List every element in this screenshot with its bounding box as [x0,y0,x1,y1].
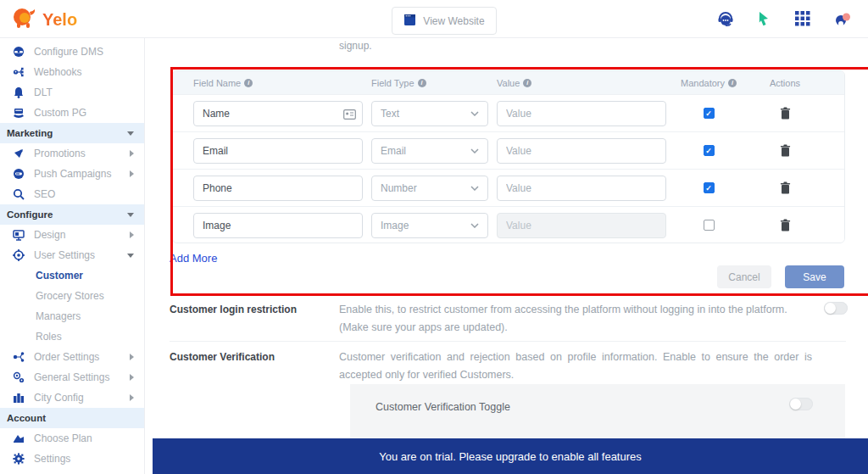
chevron-down-icon [470,223,479,228]
selected-option: Text [381,108,399,120]
header-action-icons [717,11,851,28]
push-campaigns-icon [12,168,25,181]
support-icon[interactable] [717,11,734,28]
mandatory-checkbox[interactable] [704,220,715,231]
field-type-select[interactable]: Text [371,101,488,126]
field-type-select[interactable]: Number [371,176,488,201]
sidebar-section-marketing[interactable]: Marketing [0,123,144,143]
view-website-button[interactable]: View Website [392,7,497,35]
yelo-logo[interactable]: Yelo [12,7,77,32]
sidebar-item-custom-pg[interactable]: Custom PG [0,103,144,123]
info-icon[interactable]: i [418,79,426,87]
sidebar-item-webhooks[interactable]: Webhooks [0,62,144,82]
design-icon [12,229,25,242]
add-more-link[interactable]: Add More [170,252,217,265]
sidebar-section-label: Marketing [7,128,53,138]
sidebar-subitem-roles[interactable]: Roles [0,326,144,347]
customer-verification-title: Customer Verification [170,351,275,363]
sidebar-item-seo[interactable]: SEO [0,184,144,204]
col-mandatory: Mandatory [681,78,725,88]
sidebar-item-push-campaigns[interactable]: Push Campaigns [0,164,144,184]
mandatory-checkbox[interactable] [704,145,715,156]
field-name-input[interactable] [193,213,363,238]
sidebar-item-general-settings[interactable]: General Settings [0,367,144,388]
choose-plan-icon [12,432,25,445]
dms-icon [12,46,25,59]
field-name-input[interactable] [193,176,363,201]
value-input[interactable] [497,101,666,126]
mandatory-checkbox[interactable] [704,182,715,193]
trash-icon [780,107,791,120]
field-name-input[interactable] [193,138,363,164]
info-icon[interactable]: i [728,79,737,87]
sidebar-item-settings[interactable]: Settings [0,449,144,469]
col-field-name: Field Name [193,78,241,88]
sidebar-subitem-managers[interactable]: Managers [0,306,144,326]
general-settings-icon [12,371,25,384]
table-row: Text [173,94,844,131]
mandatory-checkbox[interactable] [704,108,715,119]
delete-row-button[interactable] [751,107,819,120]
login-restriction-toggle[interactable] [824,302,848,315]
save-button[interactable]: Save [785,265,844,288]
pointer-icon[interactable] [756,11,773,28]
sidebar-subitem-label: Customer [36,270,83,282]
sidebar-item-city-config[interactable]: City Config [0,388,144,408]
website-window-icon [403,14,416,29]
lion-icon [12,7,37,32]
sidebar-item-choose-plan[interactable]: Choose Plan [0,428,144,449]
sidebar-section-account[interactable]: Account [0,408,144,428]
value-input[interactable] [497,213,666,238]
view-website-label: View Website [423,15,484,27]
sidebar-item-label: Push Campaigns [34,168,111,180]
info-icon[interactable]: i [523,79,531,87]
sidebar-item-order-settings[interactable]: Order Settings [0,347,144,367]
cancel-button[interactable]: Cancel [717,265,771,288]
trial-banner-text: You are on trial. Please upgrade to enab… [379,450,642,463]
login-restriction-title: Customer login restriction [170,304,297,315]
apps-grid-icon[interactable] [795,11,812,28]
sidebar-item-design[interactable]: Design [0,225,144,245]
description-line-2: (Make sure your apps are updated). [339,321,508,333]
table-row: Email [173,131,844,169]
field-type-select[interactable]: Email [371,138,488,164]
sidebar-item-label: City Config [34,392,84,404]
profile-icon[interactable] [834,11,851,28]
sidebar-item-label: Promotions [34,148,86,159]
table-row: Number [173,169,844,206]
trial-banner: You are on trial. Please upgrade to enab… [153,438,868,474]
sidebar-item-label: General Settings [34,371,109,383]
info-icon[interactable]: i [244,79,253,87]
chevron-right-icon [130,374,134,381]
delete-row-button[interactable] [751,144,819,157]
sidebar-subitem-label: Managers [36,310,81,322]
delete-row-button[interactable] [751,219,819,231]
chevron-down-icon [127,213,134,217]
login-restriction-description: Enable this, to restrict customer from a… [339,301,812,337]
field-type-select[interactable]: Image [371,213,488,238]
selected-option: Image [381,220,409,231]
value-input[interactable] [497,138,666,164]
table-row: Image [173,206,844,243]
sidebar-item-dlt[interactable]: DLT [0,82,144,103]
chevron-down-icon [127,131,134,136]
sidebar-item-promotions[interactable]: Promotions [0,143,144,164]
sidebar-section-label: Account [7,413,46,423]
delete-row-button[interactable] [751,181,819,194]
sidebar-section-configure[interactable]: Configure [0,204,144,225]
col-actions: Actions [770,78,800,88]
sidebar-item-label: Settings [34,453,70,465]
table-header-row: Field Namei Field Typei Valuei Mandatory… [173,71,844,94]
sidebar-subitem-customer[interactable]: Customer [0,265,144,286]
description-line-1: Enable this, to restrict customer from a… [339,304,787,315]
brand-name: Yelo [42,10,77,30]
customer-verification-toggle[interactable] [789,398,813,410]
sidebar-item-user-settings[interactable]: User Settings [0,245,144,265]
sidebar-subitem-grocery-stores[interactable]: Grocery Stores [0,286,144,306]
customer-verification-description: Customer verification and rejection base… [339,349,812,385]
value-input[interactable] [497,176,666,201]
promotions-icon [12,148,25,160]
field-name-input[interactable] [193,101,363,126]
user-settings-icon [12,249,25,262]
sidebar-item-configure-dms[interactable]: Configure DMS [0,42,144,62]
